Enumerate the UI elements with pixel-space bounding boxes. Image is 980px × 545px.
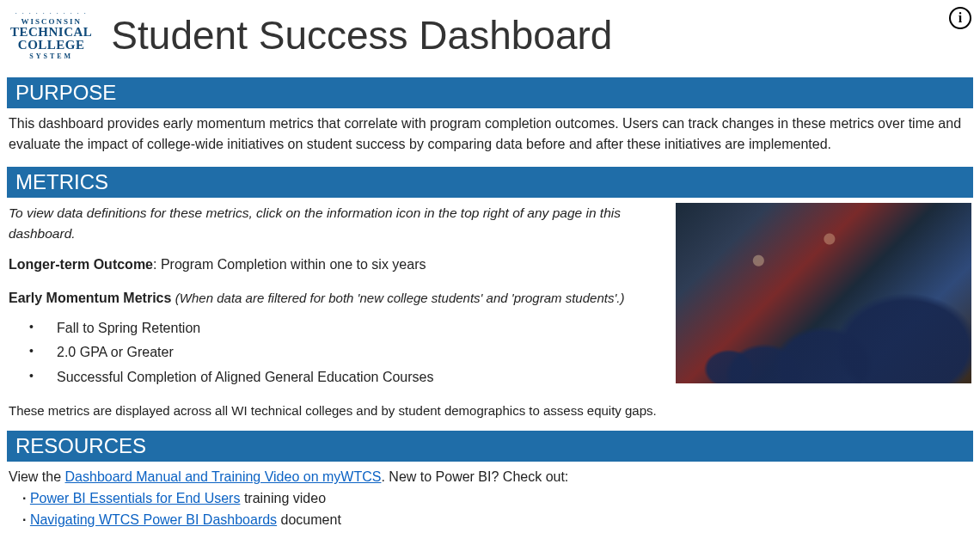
resource-link-suffix: training video <box>240 491 326 505</box>
page-title: Student Success Dashboard <box>111 12 612 58</box>
dashboard-manual-link[interactable]: Dashboard Manual and Training Video on m… <box>65 469 382 484</box>
resources-body: View the Dashboard Manual and Training V… <box>0 462 980 530</box>
resources-link-list: Power BI Essentials for End Users traini… <box>9 488 971 531</box>
metrics-footer: These metrics are displayed across all W… <box>9 401 667 420</box>
metrics-body: To view data definitions for these metri… <box>0 198 980 422</box>
resources-intro-prefix: View the <box>9 469 65 484</box>
graduation-photo <box>676 203 971 383</box>
list-item: Power BI Essentials for End Users traini… <box>22 488 971 510</box>
logo-system: SYSTEM <box>29 53 73 60</box>
logo-dots-icon: · · · · · · · · · · · <box>15 10 88 17</box>
list-item: Successful Completion of Aligned General… <box>29 367 667 389</box>
logo-technical: TECHNICAL <box>10 26 92 39</box>
list-item: Fall to Spring Retention <box>29 318 667 340</box>
early-momentum-row: Early Momentum Metrics (When data are fi… <box>9 288 667 309</box>
longer-term-outcome-label: Longer-term Outcome <box>9 257 153 272</box>
longer-term-outcome-row: Longer-term Outcome: Program Completion … <box>9 254 667 276</box>
purpose-body: This dashboard provides early momentum m… <box>0 108 980 167</box>
powerbi-essentials-link[interactable]: Power BI Essentials for End Users <box>30 491 241 505</box>
metrics-text: To view data definitions for these metri… <box>9 203 667 420</box>
purpose-heading: PURPOSE <box>7 77 973 108</box>
resources-heading: RESOURCES <box>7 431 973 462</box>
resource-link-suffix: document <box>277 512 341 527</box>
list-item: Navigating WTCS Power BI Dashboards docu… <box>22 510 971 531</box>
header: · · · · · · · · · · · WISCONSIN TECHNICA… <box>0 0 980 77</box>
resources-intro-line: View the Dashboard Manual and Training V… <box>9 467 971 488</box>
info-icon[interactable]: i <box>949 7 971 29</box>
early-momentum-label: Early Momentum Metrics <box>9 291 171 305</box>
metrics-heading: METRICS <box>7 167 973 198</box>
metrics-hint: To view data definitions for these metri… <box>9 203 667 244</box>
navigating-wtcs-link[interactable]: Navigating WTCS Power BI Dashboards <box>30 512 277 527</box>
wtcs-logo: · · · · · · · · · · · WISCONSIN TECHNICA… <box>10 10 92 60</box>
logo-college: COLLEGE <box>18 39 85 52</box>
early-momentum-caveat: (When data are filtered for both 'new co… <box>175 291 625 305</box>
resources-intro-suffix: . New to Power BI? Check out: <box>381 469 568 484</box>
metrics-bullet-list: Fall to Spring Retention 2.0 GPA or Grea… <box>9 318 667 389</box>
longer-term-outcome-value: : Program Completion within one to six y… <box>153 257 426 272</box>
info-icon-glyph: i <box>959 10 962 26</box>
list-item: 2.0 GPA or Greater <box>29 342 667 364</box>
